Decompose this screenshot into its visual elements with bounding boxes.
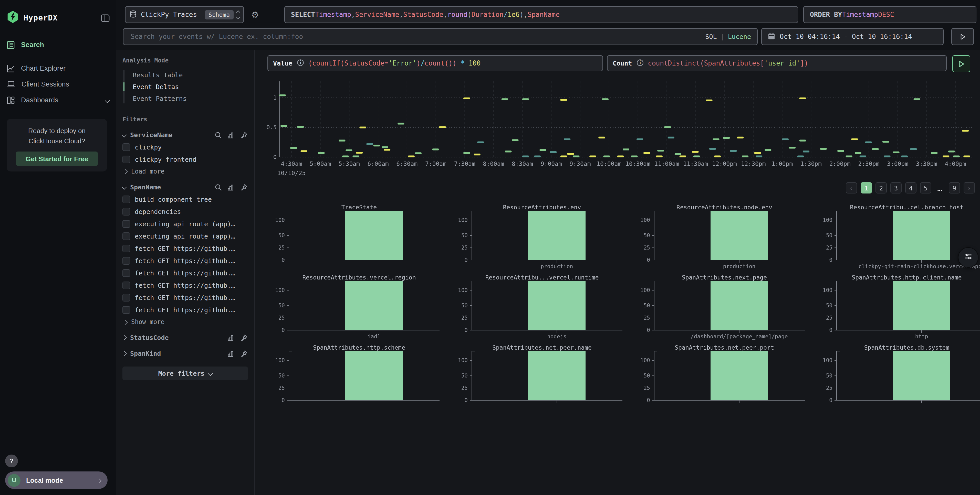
filter-option-label: clickpy [135,143,162,151]
checkbox[interactable] [123,257,130,265]
value-expression-input[interactable]: Value i (countIf(StatusCode='Error')/cou… [267,55,603,71]
filter-group-header-servicename[interactable]: ServiceName [123,131,247,139]
histogram-SpanAttributes.next.page[interactable]: SpanAttributes.next.page10050250/dashboa… [634,273,816,343]
search-run-button[interactable] [951,28,974,45]
more-filters-button[interactable]: More filters [123,366,248,380]
analysis-mode-results-table[interactable]: Results Table [124,69,247,81]
histogram-ResourceAttribu..cel.branch_host[interactable]: ResourceAttribu..cel.branch_host10050250… [816,203,980,272]
count-expression-input[interactable]: Count i countDistinct(SpanAttributes['us… [607,55,947,71]
filter-option[interactable]: fetch GET https://github.… [123,282,247,289]
filter-option[interactable]: fetch GET https://github.… [123,269,247,277]
svg-text:25: 25 [278,245,285,251]
pagination-page-5[interactable]: 5 [920,182,931,194]
checkbox[interactable] [123,155,130,163]
code-token: , [523,11,528,18]
filter-option[interactable]: fetch GET https://github.… [123,294,247,301]
bars-icon[interactable] [228,334,235,341]
svg-text:2:30pm: 2:30pm [858,160,879,167]
sidebar-item-client-sessions[interactable]: Client Sessions [0,76,116,92]
pagination-prev-button[interactable]: ‹ [846,182,857,194]
checkbox[interactable] [123,282,130,289]
pin-icon[interactable] [240,184,247,191]
event-deltas-chart[interactable]: 10.504:30am5:00am5:30am6:00am6:30am7:00a… [255,78,980,180]
filter-option[interactable]: fetch GET https://github.… [123,245,247,252]
order-by-input[interactable]: ORDER BY Timestamp DESC [803,6,977,23]
pagination-page-1[interactable]: 1 [861,182,872,194]
svg-text:25: 25 [461,245,468,251]
histogram-ResourceAttributes.env[interactable]: ResourceAttributes.env10050250production [451,203,633,272]
svg-text:10/10/25: 10/10/25 [277,170,306,176]
date-range-picker[interactable]: Oct 10 04:16:14 - Oct 10 16:16:14 [761,28,943,45]
lucene-toggle[interactable]: Lucene [728,33,751,40]
histogram-SpanAttributes.net.peer.port[interactable]: SpanAttributes.net.peer.port100502508443 [634,343,816,405]
histogram-ResourceAttributes.vercel.region[interactable]: ResourceAttributes.vercel.region10050250… [269,273,450,343]
chart-settings-fab[interactable] [958,247,978,268]
search-input[interactable] [130,32,705,41]
select-query-input[interactable]: SELECT Timestamp, ServiceName, StatusCod… [284,6,798,23]
sidebar-item-chart-explorer[interactable]: Chart Explorer [0,60,116,76]
filter-option[interactable]: build component tree [123,195,247,203]
checkbox[interactable] [123,208,130,216]
filter-option[interactable]: dependencies [123,208,247,216]
checkbox[interactable] [123,220,130,228]
code-token: Duration [472,11,504,18]
sidebar-item-dashboards[interactable]: Dashboards [0,92,116,108]
load-more-link[interactable]: Load more [123,168,247,175]
pin-icon[interactable] [240,350,247,357]
code-token: 'user_id' [764,59,800,67]
filter-option[interactable]: fetch GET https://github.… [123,257,247,265]
analysis-mode-event-patterns[interactable]: Event Patterns [124,93,247,105]
histogram-SpanAttributes.http.client.name[interactable]: SpanAttributes.http.client.name10050250h… [816,273,980,343]
checkbox[interactable] [123,143,130,151]
filter-group-header-statuscode[interactable]: StatusCode [123,334,247,341]
help-button[interactable]: ? [5,455,18,467]
checkbox[interactable] [123,195,130,203]
pagination-page-3[interactable]: 3 [890,182,902,194]
pin-icon[interactable] [240,334,247,341]
filter-option[interactable]: executing api route (app)… [123,220,247,228]
search-icon[interactable] [215,131,222,138]
histogram-SpanAttributes.http.scheme[interactable]: SpanAttributes.http.scheme10050250https [269,343,450,405]
filter-option[interactable]: fetch GET https://github.… [123,306,247,314]
filter-option[interactable]: clickpy-frontend [123,155,247,163]
checkbox[interactable] [123,232,130,240]
search-icon[interactable] [215,184,222,191]
bars-icon[interactable] [228,131,235,138]
histogram-SpanAttributes.net.peer.name[interactable]: SpanAttributes.net.peer.name10050250z5nr… [451,343,633,405]
pagination-page-2[interactable]: 2 [875,182,887,194]
local-mode-button[interactable]: U Local mode [5,471,108,489]
get-started-button[interactable]: Get Started for Free [16,152,98,166]
sidebar-collapse-icon[interactable] [101,14,110,22]
pagination-next-button[interactable]: › [964,182,975,194]
checkbox[interactable] [123,294,130,301]
filter-group-header-spankind[interactable]: SpanKind [123,350,247,357]
apply-metrics-button[interactable] [952,55,970,72]
filter-group-name: SpanName [130,183,161,191]
histogram-ResourceAttributes.node.env[interactable]: ResourceAttributes.node.env10050250produ… [634,203,816,272]
bars-icon[interactable] [228,184,235,191]
svg-text:25: 25 [461,315,468,321]
pagination-page-9[interactable]: 9 [949,182,960,194]
pin-icon[interactable] [240,131,247,138]
data-source-select[interactable]: ClickPy Traces Schema [125,6,244,23]
filter-group-header-spanname[interactable]: SpanName [123,183,247,191]
histogram-TraceState[interactable]: TraceState10050250 [269,203,450,272]
clickhouse-cloud-card: Ready to deploy on ClickHouse Cloud? Get… [7,119,107,171]
checkbox[interactable] [123,245,130,252]
filter-option[interactable]: executing api route (app)… [123,232,247,240]
svg-text:0: 0 [647,327,650,333]
analysis-mode-event-deltas[interactable]: Event Deltas [124,81,247,93]
histogram-ResourceAttribu...vercel.runtime[interactable]: ResourceAttribu...vercel.runtime10050250… [451,273,633,343]
sql-toggle[interactable]: SQL [705,33,717,40]
histogram-SpanAttributes.db.system[interactable]: SpanAttributes.db.system10050250clickhou… [816,343,980,405]
sidebar-item-search[interactable]: Search [0,37,116,53]
checkbox[interactable] [123,306,130,314]
pagination-page-4[interactable]: 4 [905,182,916,194]
show-more-link[interactable]: Show more [123,318,247,325]
filter-option[interactable]: clickpy [123,143,247,151]
bars-icon[interactable] [228,350,235,357]
code-token: DESC [878,11,894,18]
checkbox[interactable] [123,269,130,277]
gear-icon[interactable]: ⚙ [249,6,261,23]
code-token: 1e6 [508,11,519,18]
